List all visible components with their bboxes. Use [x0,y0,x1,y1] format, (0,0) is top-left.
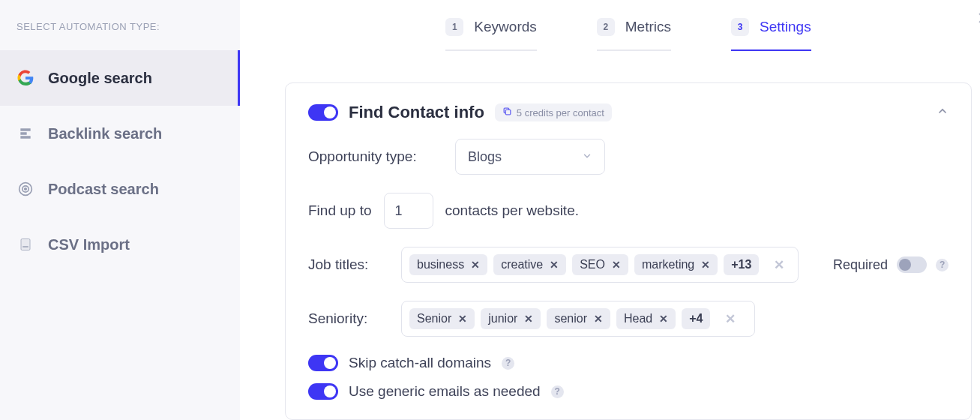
tab-label: Settings [760,19,811,35]
chip-label: junior [488,312,517,326]
job-titles-chipbox[interactable]: business✕ creative✕ SEO✕ marketing✕ +13 … [401,247,799,283]
chip-label: creative [501,258,543,272]
opportunity-row: Opportunity type: Blogs [308,139,949,175]
contacts-input[interactable] [384,193,433,229]
close-button[interactable] [973,8,980,28]
tab-settings[interactable]: 3 Settings [731,18,811,51]
sidebar-item-csv-import[interactable]: CSV Import [0,217,240,272]
seniority-row: Seniority: Senior✕ junior✕ senior✕ Head✕… [308,301,949,337]
opportunity-select[interactable]: Blogs [455,139,605,175]
tab-label: Metrics [625,19,671,35]
clear-chips[interactable]: ✕ [725,311,736,327]
generic-emails-label: Use generic emails as needed [349,383,541,400]
chip-label: marketing [642,258,694,272]
find-contact-toggle[interactable] [308,104,338,121]
csv-icon [16,236,34,254]
podcast-icon [16,180,34,198]
required-toggle[interactable] [897,256,927,273]
chip-remove[interactable]: ✕ [701,259,710,271]
chip: SEO✕ [572,254,628,275]
credits-text: 5 credits per contact [517,107,604,118]
clear-chips[interactable]: ✕ [774,257,784,273]
panel-header: Find Contact info 5 credits per contact [308,103,949,122]
chip-remove[interactable]: ✕ [659,313,668,325]
chevron-down-icon [582,149,592,165]
chip-label: senior [554,312,587,326]
required-wrap: Required ? [833,256,949,273]
chip-remove[interactable]: ✕ [458,313,467,325]
chip: senior✕ [547,308,610,329]
job-titles-label: Job titles: [308,256,389,273]
help-icon[interactable]: ? [551,386,564,398]
tab-num: 2 [597,18,615,36]
skip-catchall-label: Skip catch-all domains [349,355,491,371]
chip: business✕ [409,254,487,275]
chip-label: Head [624,312,652,326]
seniority-chipbox[interactable]: Senior✕ junior✕ senior✕ Head✕ +4 ✕ [401,301,755,337]
chip: Head✕ [616,308,676,329]
google-icon [16,69,34,87]
sidebar-item-label: Backlink search [48,125,162,142]
sidebar-heading: SELECT AUTOMATION TYPE: [0,21,240,50]
findup-post: contacts per website. [445,202,579,219]
chip-label: Senior [417,312,451,326]
chip: junior✕ [481,308,541,329]
generic-emails-row: Use generic emails as needed ? [308,383,949,400]
find-contact-panel: Find Contact info 5 credits per contact … [285,82,972,420]
chip: creative✕ [493,254,566,275]
tab-metrics[interactable]: 2 Metrics [597,18,671,51]
required-label: Required [833,257,888,273]
panel-title: Find Contact info [349,103,484,122]
findup-row: Find up to contacts per website. [308,193,949,229]
help-icon[interactable]: ? [502,357,514,370]
sidebar: SELECT AUTOMATION TYPE: Google search Ba… [0,0,240,420]
svg-rect-3 [21,239,30,250]
main-content: 1 Keywords 2 Metrics 3 Settings Find Con… [240,0,980,420]
sidebar-item-google-search[interactable]: Google search [0,50,240,106]
sidebar-item-backlink-search[interactable]: Backlink search [0,106,240,161]
findup-pre: Find up to [308,202,372,219]
tab-keywords[interactable]: 1 Keywords [445,18,536,51]
chip-remove[interactable]: ✕ [594,313,603,325]
collapse-button[interactable] [937,105,949,120]
chip-more[interactable]: +13 [724,254,759,275]
chip-label: business [417,258,464,272]
sidebar-item-label: Podcast search [48,181,159,198]
step-tabs: 1 Keywords 2 Metrics 3 Settings [285,0,972,60]
chip-remove[interactable]: ✕ [612,259,621,271]
tab-num: 1 [445,18,463,36]
credits-badge: 5 credits per contact [495,104,612,122]
chip-remove[interactable]: ✕ [471,259,480,271]
chip-remove[interactable]: ✕ [524,313,533,325]
svg-rect-7 [505,110,511,115]
backlink-icon [16,124,34,142]
seniority-label: Seniority: [308,310,389,327]
tab-num: 3 [731,18,749,36]
skip-catchall-toggle[interactable] [308,355,338,371]
chip-label: SEO [580,258,605,272]
tab-label: Keywords [474,19,536,35]
opportunity-value: Blogs [468,149,502,165]
chip-remove[interactable]: ✕ [550,259,559,271]
generic-emails-toggle[interactable] [308,383,338,400]
help-icon[interactable]: ? [936,259,949,272]
chip-more[interactable]: +4 [682,308,710,329]
sidebar-item-podcast-search[interactable]: Podcast search [0,161,240,217]
skip-catchall-row: Skip catch-all domains ? [308,355,949,371]
job-titles-row: Job titles: business✕ creative✕ SEO✕ mar… [308,247,949,283]
sidebar-item-label: CSV Import [48,236,130,254]
svg-point-2 [25,188,27,190]
sidebar-item-label: Google search [48,70,152,87]
chip: marketing✕ [634,254,718,275]
chip: Senior✕ [409,308,475,329]
copy-icon [502,106,512,118]
opportunity-label: Opportunity type: [308,148,443,165]
